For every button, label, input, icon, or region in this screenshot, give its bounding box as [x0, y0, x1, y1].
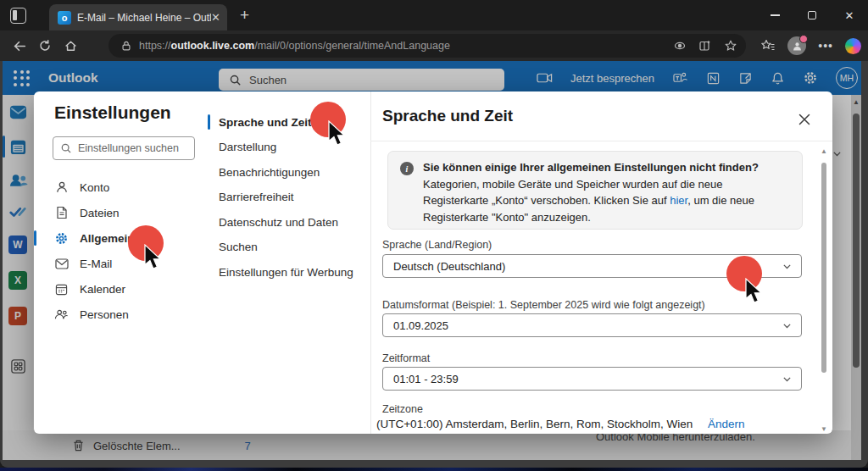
lock-icon [120, 40, 132, 52]
favorite-star-icon[interactable] [724, 39, 737, 53]
info-box: i Sie können einige Ihrer allgemeinen Ei… [387, 151, 803, 230]
split-screen-icon[interactable] [698, 39, 712, 53]
timezone-change-link[interactable]: Ändern [708, 418, 745, 430]
reveal-icon[interactable] [673, 39, 687, 53]
date-format-label: Datumsformat (Beispiel: 1. September 202… [382, 299, 705, 311]
category-dateien[interactable]: Dateien [44, 200, 197, 225]
tab-close-icon[interactable]: ✕ [211, 12, 220, 23]
new-tab-button[interactable]: + [240, 7, 249, 23]
file-icon [54, 206, 69, 219]
maximize-button[interactable] [793, 0, 831, 30]
chevron-down-icon [782, 261, 793, 272]
taskbar-edge [0, 468, 868, 471]
close-window-button[interactable]: ✕ [831, 0, 868, 30]
browser-toolbar: https://outlook.live.com/mail/0/options/… [0, 30, 868, 61]
dialog-scrollbar-thumb[interactable] [821, 163, 826, 373]
window-frame-right [861, 61, 868, 460]
window-controls: ✕ [756, 0, 868, 30]
title-divider [370, 141, 832, 141]
chevron-down-icon [782, 320, 793, 331]
settings-search-input[interactable] [78, 142, 184, 154]
browser-tab[interactable]: o E-Mail – Michael Heine – Outlook ✕ [49, 4, 227, 30]
refresh-icon[interactable] [32, 39, 58, 53]
settings-title: Einstellungen [54, 103, 171, 123]
outlook-favicon-icon: o [58, 11, 71, 25]
category-email[interactable]: E-Mail [44, 251, 197, 276]
address-bar[interactable]: https://outlook.live.com/mail/0/options/… [108, 34, 746, 58]
info-text: Sie können einige Ihrer allgemeinen Eins… [423, 159, 789, 225]
search-icon [60, 142, 72, 154]
scroll-up-icon[interactable]: ▲ [821, 147, 827, 155]
calendar-icon [54, 283, 69, 296]
envelope-icon [54, 258, 69, 269]
time-format-label: Zeitformat [382, 352, 430, 364]
timezone-label: Zeitzone [382, 403, 423, 415]
hier-link[interactable]: hier [670, 194, 687, 207]
category-konto[interactable]: Konto [44, 175, 197, 200]
copilot-icon[interactable] [845, 38, 861, 54]
info-icon: i [400, 162, 414, 175]
cursor-icon [142, 244, 162, 271]
date-format-select[interactable]: 01.09.2025 [382, 313, 802, 337]
people-icon [54, 308, 69, 320]
cursor-icon [326, 120, 346, 147]
close-icon[interactable] [795, 110, 814, 129]
back-icon[interactable] [7, 39, 32, 53]
person-icon [54, 180, 69, 194]
minimize-button[interactable] [756, 0, 793, 30]
section-barrierefreiheit[interactable]: Barrierefreiheit [208, 185, 360, 209]
category-selected-indicator [34, 230, 36, 246]
dialog-scrollbar[interactable]: ▲ ▼ [821, 147, 827, 432]
language-label: Sprache (Land/Region) [382, 239, 492, 251]
section-werbung[interactable]: Einstellungen für Werbung [208, 260, 360, 285]
category-personen[interactable]: Personen [44, 302, 197, 327]
settings-search-box[interactable] [53, 136, 195, 160]
timezone-value-line: (UTC+01:00) Amsterdam, Berlin, Bern, Rom… [376, 418, 745, 430]
browser-profile-avatar[interactable] [787, 36, 806, 55]
chevron-down-icon [782, 374, 793, 385]
panel-title: Sprache und Zeit [382, 107, 513, 125]
browser-titlebar: o E-Mail – Michael Heine – Outlook ✕ + ✕ [0, 0, 868, 30]
category-kalender[interactable]: Kalender [44, 276, 197, 302]
tab-title: E-Mail – Michael Heine – Outlook [77, 12, 211, 24]
scroll-down-icon[interactable]: ▼ [821, 425, 827, 433]
browser-menu-icon[interactable]: ••• [818, 39, 833, 53]
url-text: https://outlook.live.com/mail/0/options/… [139, 40, 661, 52]
tab-actions-icon[interactable] [10, 8, 26, 24]
home-icon[interactable] [58, 39, 83, 53]
panel-divider [370, 91, 371, 434]
section-benachrichtigungen[interactable]: Benachrichtigungen [208, 160, 360, 185]
section-datenschutz[interactable]: Datenschutz und Daten [208, 210, 360, 235]
gear-icon [54, 231, 69, 246]
category-allgemein[interactable]: Allgemein [44, 225, 197, 251]
browser-window: o E-Mail – Michael Heine – Outlook ✕ + ✕… [0, 0, 868, 471]
section-suchen[interactable]: Suchen [208, 235, 360, 259]
favorites-list-icon[interactable] [760, 38, 776, 53]
cursor-icon [743, 278, 763, 305]
time-format-select[interactable]: 01:01 - 23:59 [382, 367, 802, 391]
window-frame-bottom [0, 460, 868, 468]
window-frame-left [0, 61, 3, 460]
